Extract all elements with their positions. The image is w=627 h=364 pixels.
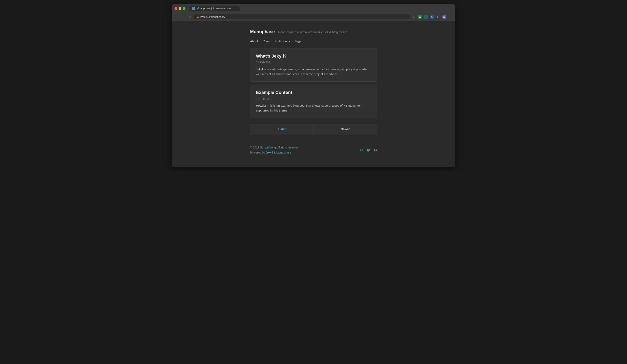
extension-puzzle-icon[interactable]: ⊞ — [436, 15, 440, 19]
traffic-lights — [174, 7, 185, 10]
back-button[interactable]: ← — [174, 14, 179, 20]
menu-icon[interactable]: ⋮ — [448, 15, 453, 19]
site-footer: © 2021 Songzi Vong. All right reserved. … — [250, 145, 377, 155]
page-container: Monophase A one-column minimal responsiv… — [247, 29, 380, 155]
toolbar-actions: ☆ G ↑ ◎ ⊞ S ⋮ — [412, 15, 453, 19]
footer-icons: ✉ 🐦 ⊙ — [360, 148, 377, 152]
twitter-icon[interactable]: 🐦 — [366, 148, 371, 152]
footer-monophase-link[interactable]: Monophase — [276, 151, 291, 154]
site-header: Monophase A one-column minimal responsiv… — [250, 29, 377, 43]
tab-close-icon[interactable]: × — [235, 7, 237, 10]
url-display: zivlog.io/monophase/ — [200, 15, 225, 18]
profile-avatar[interactable]: S — [442, 15, 446, 19]
site-subtitle: A one-column minimal responsive Jekyll b… — [278, 30, 347, 34]
post-title-1: What's Jekyll? — [256, 53, 371, 59]
footer-copy: © 2021 Songzi Vong. All right reserved. … — [250, 145, 299, 155]
footer-author-link[interactable]: Songzi Vong — [260, 146, 276, 149]
footer-jekyll-link[interactable]: Jekyll — [266, 151, 273, 154]
footer-rights: . All right reserved. — [276, 146, 299, 149]
new-tab-button[interactable]: + — [240, 6, 244, 10]
address-bar[interactable]: 🔒 zivlog.io/monophase/ — [193, 14, 410, 19]
tab-title: Monophase | A one-column m... — [197, 7, 234, 10]
minimize-button[interactable] — [179, 7, 181, 10]
posts-list: What's Jekyll? 21 Feb 2021 Jekyll is a s… — [250, 49, 377, 118]
forward-button[interactable]: → — [181, 14, 186, 20]
nav-years[interactable]: Years — [263, 39, 270, 43]
site-nav: About Years Categories Tags — [250, 37, 377, 43]
lock-icon: 🔒 — [196, 16, 199, 18]
nav-categories[interactable]: Categories — [275, 39, 290, 43]
post-excerpt-2: Howdy! This is an example blog post that… — [256, 103, 371, 113]
browser-content: Monophase A one-column minimal responsiv… — [172, 21, 455, 167]
post-date-1: 21 Feb 2021 — [256, 61, 371, 64]
extension-g-icon[interactable]: G — [418, 15, 422, 19]
post-title-2: Example Content — [256, 90, 371, 95]
close-button[interactable] — [174, 7, 177, 10]
pagination: Older Newer — [250, 124, 377, 135]
footer-powered-by: Powered by — [250, 151, 266, 154]
browser-window: 🌐 Monophase | A one-column m... × + ← → … — [172, 4, 455, 167]
email-icon[interactable]: ✉ — [360, 148, 363, 152]
refresh-button[interactable]: ↺ — [187, 14, 192, 20]
github-icon[interactable]: ⊙ — [374, 148, 377, 152]
tab-bar: 🌐 Monophase | A one-column m... × + — [190, 6, 453, 11]
browser-titlebar: 🌐 Monophase | A one-column m... × + — [172, 4, 455, 13]
maximize-button[interactable] — [183, 7, 185, 10]
browser-toolbar: ← → ↺ 🔒 zivlog.io/monophase/ ☆ G ↑ ◎ ⊞ S… — [172, 13, 455, 21]
newer-button[interactable]: Newer — [314, 124, 377, 135]
older-button[interactable]: Older — [250, 124, 314, 135]
post-date-2: 18 Feb 2021 — [256, 97, 371, 101]
extension-arrow-icon[interactable]: ↑ — [424, 15, 428, 19]
tab-favicon: 🌐 — [192, 7, 195, 10]
active-tab[interactable]: 🌐 Monophase | A one-column m... × — [190, 6, 240, 11]
footer-copyright: © 2021 — [250, 146, 260, 149]
site-title: Monophase — [250, 29, 275, 34]
footer-amp: & — [273, 151, 276, 154]
bookmark-icon[interactable]: ☆ — [412, 15, 416, 19]
post-excerpt-1: Jekyll is a static site generator, an op… — [256, 67, 371, 77]
nav-tags[interactable]: Tags — [295, 39, 301, 43]
nav-about[interactable]: About — [250, 39, 258, 43]
post-card-1[interactable]: What's Jekyll? 21 Feb 2021 Jekyll is a s… — [250, 49, 377, 82]
extension-circle-icon[interactable]: ◎ — [430, 15, 434, 19]
post-card-2[interactable]: Example Content 18 Feb 2021 Howdy! This … — [250, 85, 377, 118]
